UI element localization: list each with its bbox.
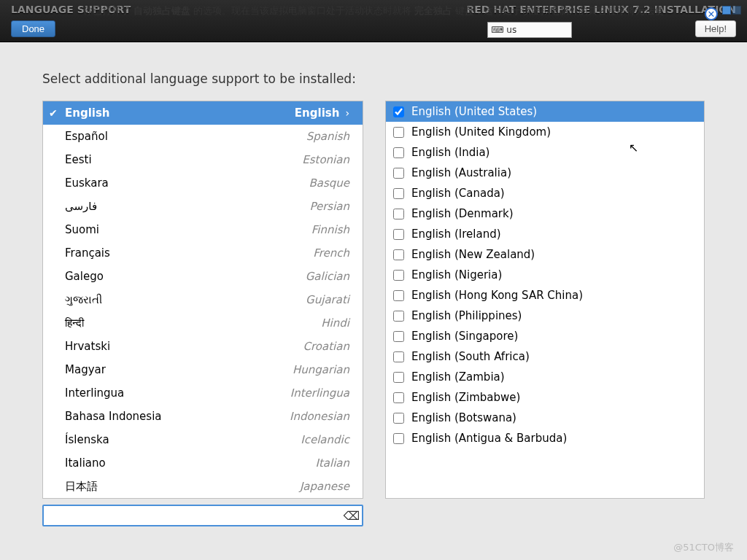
locale-row[interactable]: English (Australia): [386, 163, 704, 183]
language-row[interactable]: ItalianoItalian: [43, 451, 363, 475]
help-button[interactable]: Help!: [695, 20, 736, 37]
language-row[interactable]: FrançaisFrench: [43, 241, 363, 265]
locale-checkbox[interactable]: [393, 351, 404, 362]
locale-checkbox[interactable]: [393, 127, 404, 138]
locale-list[interactable]: English (United States)English (United K…: [385, 101, 705, 499]
language-row[interactable]: EuskaraBasque: [43, 171, 363, 195]
locale-row[interactable]: English (Nigeria): [386, 265, 704, 285]
top-bar: LANGUAGE SUPPORT RED HAT ENTERPRISE LINU…: [0, 0, 747, 42]
locale-row[interactable]: English (Antigua & Barbuda): [386, 428, 704, 448]
language-native-label: فارسی: [65, 200, 309, 213]
locale-row[interactable]: English (Ireland): [386, 224, 704, 244]
locale-label: English (Denmark): [411, 207, 514, 220]
locale-row[interactable]: English (Zambia): [386, 367, 704, 387]
locale-label: English (New Zealand): [411, 248, 535, 261]
locale-label: English (United Kingdom): [411, 125, 551, 139]
language-list[interactable]: ✔EnglishEnglish›EspañolSpanishEestiEston…: [42, 101, 363, 499]
locale-checkbox[interactable]: [393, 372, 404, 383]
language-row[interactable]: SuomiFinnish: [43, 218, 363, 241]
locale-label: English (Antigua & Barbuda): [411, 432, 567, 445]
locale-checkbox[interactable]: [393, 311, 404, 322]
locale-row[interactable]: English (Philippines): [386, 306, 704, 326]
locale-checkbox[interactable]: [393, 209, 404, 219]
locale-checkbox[interactable]: [393, 147, 404, 158]
language-english-label: Interlingua: [290, 386, 349, 400]
language-english-label: Hindi: [321, 316, 349, 330]
language-english-label: Persian: [309, 200, 349, 213]
language-native-label: 日本語: [65, 480, 300, 494]
language-native-label: Suomi: [65, 223, 311, 236]
language-native-label: Hrvatski: [65, 340, 303, 353]
language-row[interactable]: EspañolSpanish: [43, 125, 363, 148]
locale-row[interactable]: English (Zimbabwe): [386, 387, 704, 408]
locale-row[interactable]: English (New Zealand): [386, 244, 704, 265]
keyboard-layout-label: us: [506, 25, 516, 35]
locale-label: English (Philippines): [411, 309, 522, 322]
language-row[interactable]: 日本語Japanese: [43, 475, 363, 498]
locale-label: English (Zimbabwe): [411, 391, 520, 404]
check-icon: ✔: [49, 107, 58, 119]
language-english-label: Hungarian: [293, 363, 349, 376]
locale-checkbox[interactable]: [393, 413, 404, 424]
locale-checkbox[interactable]: [393, 106, 404, 117]
locale-label: English (Australia): [411, 166, 511, 179]
language-native-label: Français: [65, 246, 313, 260]
language-row[interactable]: فارسیPersian: [43, 195, 363, 218]
language-english-label: Indonesian: [290, 410, 349, 423]
language-english-label: Croatian: [303, 340, 349, 353]
locale-label: English (South Africa): [411, 350, 530, 363]
locale-row[interactable]: English (Botswana): [386, 408, 704, 428]
language-native-label: Euskara: [65, 176, 309, 190]
language-english-label: Japanese: [300, 480, 349, 493]
page-title: LANGUAGE SUPPORT: [11, 4, 131, 15]
language-row[interactable]: MagyarHungarian: [43, 358, 363, 381]
locale-row[interactable]: English (United States): [386, 101, 704, 122]
language-row[interactable]: GalegoGalician: [43, 265, 363, 288]
language-english-label: Estonian: [302, 153, 349, 166]
done-button[interactable]: Done: [11, 20, 55, 37]
locale-row[interactable]: English (Hong Kong SAR China): [386, 285, 704, 306]
language-row[interactable]: हिन्दीHindi: [43, 311, 363, 335]
language-row[interactable]: ✔EnglishEnglish›: [43, 101, 363, 125]
locale-label: English (India): [411, 146, 489, 159]
language-row[interactable]: ÍslenskaIcelandic: [43, 428, 363, 451]
locale-row[interactable]: English (Canada): [386, 183, 704, 203]
locale-checkbox[interactable]: [393, 331, 404, 342]
locale-row[interactable]: English (South Africa): [386, 346, 704, 367]
language-native-label: Magyar: [65, 363, 293, 376]
locale-label: English (Botswana): [411, 411, 516, 424]
language-row[interactable]: ગુજરાતીGujarati: [43, 288, 363, 311]
locale-label: English (Zambia): [411, 370, 505, 384]
language-row[interactable]: HrvatskiCroatian: [43, 335, 363, 358]
keyboard-icon: ⌨: [491, 25, 503, 35]
language-row[interactable]: InterlinguaInterlingua: [43, 381, 363, 405]
language-search-input[interactable]: [42, 505, 363, 526]
locale-row[interactable]: English (Singapore): [386, 326, 704, 346]
language-row[interactable]: Bahasa IndonesiaIndonesian: [43, 405, 363, 428]
vm-indicator-icon: [722, 6, 741, 15]
language-row[interactable]: EestiEstonian: [43, 148, 363, 171]
locale-row[interactable]: English (United Kingdom): [386, 122, 704, 142]
clear-search-icon[interactable]: ⌫: [344, 508, 359, 523]
instruction-text: Select additional language support to be…: [42, 71, 705, 86]
close-icon[interactable]: ✕: [705, 7, 718, 20]
locale-checkbox[interactable]: [393, 290, 404, 301]
installer-title: RED HAT ENTERPRISE LINUX 7.2 INSTALLATIO…: [466, 4, 736, 15]
locale-label: English (Ireland): [411, 228, 501, 241]
language-native-label: Bahasa Indonesia: [65, 410, 290, 423]
language-english-label: Icelandic: [301, 433, 349, 446]
chevron-right-icon: ›: [345, 107, 349, 119]
locale-checkbox[interactable]: [393, 270, 404, 281]
locale-checkbox[interactable]: [393, 433, 404, 444]
locale-row[interactable]: English (India): [386, 142, 704, 163]
keyboard-indicator[interactable]: ⌨ us: [487, 22, 572, 38]
locale-checkbox[interactable]: [393, 168, 404, 179]
locale-checkbox[interactable]: [393, 188, 404, 199]
language-english-label: English: [295, 106, 340, 120]
locale-checkbox[interactable]: [393, 249, 404, 260]
language-native-label: Español: [65, 130, 306, 143]
locale-row[interactable]: English (Denmark): [386, 203, 704, 224]
locale-checkbox[interactable]: [393, 392, 404, 403]
locale-checkbox[interactable]: [393, 229, 404, 240]
locale-label: English (Canada): [411, 187, 505, 200]
